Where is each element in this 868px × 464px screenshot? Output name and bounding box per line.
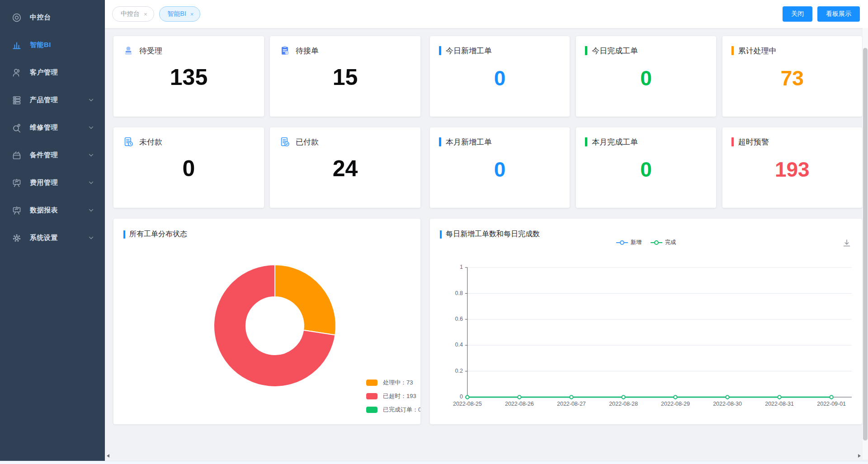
stat-card-overdue-alert: 超时预警 193 (722, 127, 862, 208)
tab-label: 中控台 (121, 10, 140, 18)
vertical-scrollbar[interactable] (863, 28, 868, 459)
tab-console[interactable]: 中控台 × (112, 6, 154, 22)
dashboard-icon (11, 12, 22, 23)
daily-workorders-line-card: 每日新增工单数和每日完成数 新增完成 00.20.40.60.812022-08… (430, 219, 862, 424)
app-window: 中控台 智能BI 客户管理 产品管理 维修管理 备件管理 费用管理 数据报表 (0, 0, 868, 464)
report-icon (11, 205, 22, 216)
tab-bi[interactable]: 智能BI × (159, 6, 201, 22)
stat-group: 本月新增工单 0 本月完成工单 0 超时预警 193 (430, 127, 862, 208)
stat-title: 今日新增工单 (446, 46, 492, 56)
stat-card-total-processing: 累计处理中 73 (722, 36, 862, 117)
stat-card-paid: 已付款 24 (270, 127, 420, 208)
sidebar-item-label: 备件管理 (30, 151, 58, 159)
legend-marker (616, 240, 628, 245)
sidebar-item-label: 维修管理 (30, 123, 58, 132)
legend-label: 完成 (665, 239, 676, 246)
sidebar-item-label: 中控台 (30, 13, 51, 22)
stat-title: 超时预警 (738, 137, 769, 147)
legend-label: 已完成订单：0 (383, 406, 420, 414)
stat-value: 15 (279, 65, 411, 89)
download-icon[interactable] (842, 239, 851, 249)
svg-text:0.8: 0.8 (455, 290, 463, 296)
scroll-right-arrow-icon[interactable] (858, 454, 861, 458)
sidebar-item-repairs[interactable]: 维修管理 (0, 114, 105, 141)
svg-text:2022-08-26: 2022-08-26 (505, 401, 534, 407)
doc-clock-icon (123, 136, 134, 148)
chart-title: 所有工单分布状态 (129, 230, 187, 239)
settings-icon (11, 233, 22, 244)
sidebar-item-console[interactable]: 中控台 (0, 4, 105, 31)
stat-value: 135 (123, 65, 255, 89)
sidebar-item-settings[interactable]: 系统设置 (0, 224, 105, 252)
customer-icon (11, 67, 22, 78)
svg-text:2022-08-29: 2022-08-29 (661, 401, 690, 407)
stat-card-month-new: 本月新增工单 0 (430, 127, 570, 208)
chevron-down-icon (88, 125, 94, 131)
legend-label: 已超时：193 (383, 392, 416, 400)
sidebar-item-label: 客户管理 (30, 68, 58, 77)
sidebar-item-bi[interactable]: 智能BI (0, 31, 105, 59)
sidebar-item-spareparts[interactable]: 备件管理 (0, 141, 105, 169)
charts-row: 所有工单分布状态 处理中：73已超时：193已完成订单：0 每日新增工单数和每日… (113, 219, 862, 424)
stat-group: 未付款 0 已付款 24 (113, 127, 420, 208)
stat-card-pending-accept: 待受理 135 (113, 36, 264, 117)
stat-card-pending-order: 待接单 15 (270, 36, 420, 117)
legend-item[interactable]: 新增 (616, 239, 642, 246)
legend-label: 新增 (631, 239, 642, 246)
stat-title: 待受理 (139, 46, 162, 56)
chevron-down-icon (88, 97, 94, 103)
stat-title: 已付款 (296, 137, 319, 147)
product-icon (11, 95, 22, 106)
stat-title: 累计处理中 (738, 46, 777, 56)
close-button[interactable]: 关闭 (783, 6, 812, 22)
workorder-status-donut-card: 所有工单分布状态 处理中：73已超时：193已完成订单：0 (113, 219, 420, 424)
line-chart[interactable]: 00.20.40.60.812022-08-252022-08-262022-0… (430, 219, 862, 424)
scroll-left-arrow-icon[interactable] (107, 454, 109, 458)
sidebar-item-products[interactable]: 产品管理 (0, 86, 105, 114)
stat-row-1: 待受理 135 待接单 15 今日新增工单 0 今日完成工单 0 (113, 36, 862, 117)
tab-label: 智能BI (168, 10, 186, 18)
dashboard-content: 待受理 135 待接单 15 今日新增工单 0 今日完成工单 0 (105, 28, 868, 464)
expense-icon (11, 178, 22, 188)
chart-title: 每日新增工单数和每日完成数 (446, 230, 540, 239)
sidebar-item-label: 数据报表 (30, 206, 58, 215)
stat-value: 193 (731, 157, 853, 182)
svg-text:2022-08-27: 2022-08-27 (557, 401, 586, 407)
legend-item[interactable]: 已超时：193 (366, 391, 420, 401)
legend-item[interactable]: 已完成订单：0 (366, 405, 420, 415)
svg-text:2022-09-01: 2022-09-01 (817, 401, 846, 407)
svg-text:0.6: 0.6 (455, 316, 463, 322)
svg-text:2022-08-28: 2022-08-28 (609, 401, 638, 407)
sidebar-item-label: 费用管理 (30, 178, 58, 187)
sidebar-item-expenses[interactable]: 费用管理 (0, 169, 105, 197)
window-bottom-edge (0, 461, 868, 464)
donut-legend: 处理中：73已超时：193已完成订单：0 (366, 378, 420, 418)
svg-text:0.2: 0.2 (455, 368, 463, 374)
clipboard-icon (279, 45, 291, 56)
title-bar-marker (585, 137, 587, 146)
repair-icon (11, 122, 22, 133)
legend-item[interactable]: 完成 (651, 239, 676, 246)
chevron-down-icon (88, 235, 94, 241)
stat-title: 待接单 (296, 46, 319, 56)
sidebar: 中控台 智能BI 客户管理 产品管理 维修管理 备件管理 费用管理 数据报表 (0, 0, 105, 464)
legend-item[interactable]: 处理中：73 (366, 378, 420, 388)
stat-value: 0 (439, 157, 561, 182)
close-icon[interactable]: × (190, 11, 194, 17)
stat-value: 0 (439, 66, 561, 90)
legend-swatch (366, 407, 377, 413)
close-icon[interactable]: × (144, 11, 147, 17)
sidebar-item-reports[interactable]: 数据报表 (0, 197, 105, 224)
scrollbar-thumb[interactable] (863, 48, 868, 441)
stat-value: 0 (585, 157, 707, 182)
stat-title: 今日完成工单 (592, 46, 638, 56)
spareparts-icon (11, 150, 22, 161)
svg-text:1: 1 (460, 264, 463, 270)
stat-title: 未付款 (139, 137, 162, 147)
sidebar-item-label: 智能BI (30, 41, 51, 49)
board-display-button[interactable]: 看板展示 (817, 6, 860, 22)
sidebar-item-customers[interactable]: 客户管理 (0, 59, 105, 86)
title-bar-marker (439, 137, 441, 146)
chevron-down-icon (88, 152, 94, 158)
horizontal-scrollbar[interactable] (105, 452, 863, 459)
